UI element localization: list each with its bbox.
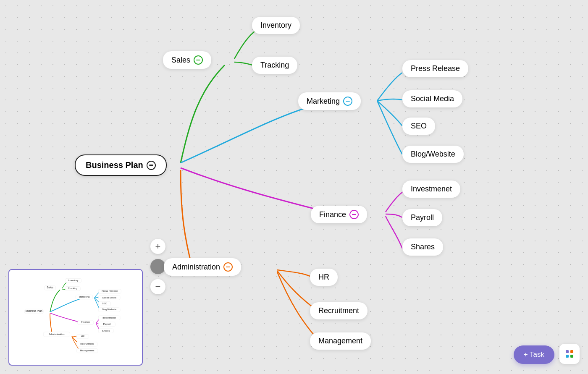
inventory-label: Inventory [260, 21, 291, 30]
svg-text:Blog/Website: Blog/Website [102, 308, 116, 311]
node-blog-website[interactable]: Blog/Website [402, 146, 464, 163]
svg-text:Recruitment: Recruitment [80, 343, 94, 345]
grid-view-button[interactable] [559, 344, 580, 364]
node-marketing[interactable]: Marketing [298, 92, 361, 110]
mind-map-canvas[interactable]: Business Plan Sales Inventory Tracking M… [0, 0, 588, 374]
seo-label: SEO [411, 122, 427, 131]
zoom-in-button[interactable]: + [150, 239, 165, 254]
svg-text:Social Media: Social Media [102, 296, 116, 299]
svg-rect-34 [566, 350, 569, 353]
svg-text:Sales: Sales [47, 286, 53, 289]
svg-rect-37 [570, 355, 573, 358]
node-hr[interactable]: HR [310, 269, 338, 286]
node-inventory[interactable]: Inventory [252, 17, 300, 34]
node-social-media[interactable]: Social Media [402, 90, 462, 107]
svg-text:SEO: SEO [102, 302, 108, 305]
recruitment-label: Recruitment [318, 306, 359, 315]
sales-collapse[interactable] [194, 55, 203, 65]
marketing-collapse[interactable] [343, 97, 352, 106]
finance-collapse[interactable] [349, 210, 359, 219]
finance-label: Finance [319, 210, 346, 219]
node-press-release[interactable]: Press Release [402, 60, 468, 77]
node-business-plan[interactable]: Business Plan [75, 154, 167, 176]
task-button-label: + Task [524, 350, 544, 359]
business-plan-label: Business Plan [86, 160, 143, 170]
management-label: Management [318, 337, 362, 345]
minimap: Business Plan Sales Inventory Tracking M… [8, 269, 143, 366]
administration-collapse[interactable] [223, 262, 233, 272]
shares-label: Shares [411, 243, 435, 251]
social-media-label: Social Media [411, 94, 454, 103]
node-recruitment[interactable]: Recruitment [310, 302, 368, 319]
svg-text:Payroll: Payroll [103, 323, 111, 325]
investmenet-label: Investmenet [411, 185, 452, 194]
node-tracking[interactable]: Tracking [252, 57, 297, 74]
administration-label: Administration [172, 263, 220, 272]
business-plan-collapse[interactable] [147, 161, 156, 170]
node-shares[interactable]: Shares [402, 238, 443, 256]
node-management[interactable]: Management [310, 332, 371, 350]
svg-text:Inventory: Inventory [68, 279, 78, 282]
node-finance[interactable]: Finance [311, 206, 367, 223]
svg-rect-36 [566, 355, 569, 358]
payroll-label: Payroll [411, 213, 434, 222]
svg-text:Shares: Shares [102, 330, 110, 332]
svg-text:HR: HR [81, 335, 84, 337]
zoom-out-icon: − [155, 281, 161, 292]
press-release-label: Press Release [411, 64, 460, 73]
marketing-label: Marketing [307, 97, 340, 106]
node-payroll[interactable]: Payroll [402, 209, 442, 226]
grid-icon [565, 349, 574, 358]
fit-button[interactable] [150, 259, 165, 274]
sales-label: Sales [171, 56, 190, 65]
tracking-label: Tracking [260, 61, 289, 70]
svg-text:Investmenet: Investmenet [102, 316, 116, 319]
zoom-out-button[interactable]: − [150, 279, 165, 294]
svg-text:Press Release: Press Release [102, 290, 118, 292]
svg-text:Business Plan: Business Plan [26, 309, 42, 312]
svg-text:Marketing: Marketing [79, 296, 89, 298]
node-seo[interactable]: SEO [402, 118, 435, 135]
svg-text:Administration: Administration [49, 333, 64, 335]
node-administration[interactable]: Administration [164, 258, 241, 276]
svg-text:Tracking: Tracking [68, 287, 77, 290]
svg-rect-35 [570, 350, 573, 353]
hr-label: HR [318, 273, 329, 282]
task-button[interactable]: + Task [514, 345, 554, 364]
svg-text:Finance: Finance [81, 321, 90, 323]
node-investmenet[interactable]: Investmenet [402, 180, 460, 198]
svg-text:Management: Management [80, 349, 94, 352]
node-sales[interactable]: Sales [163, 51, 211, 69]
zoom-in-icon: + [155, 241, 161, 252]
blog-website-label: Blog/Website [411, 150, 455, 159]
